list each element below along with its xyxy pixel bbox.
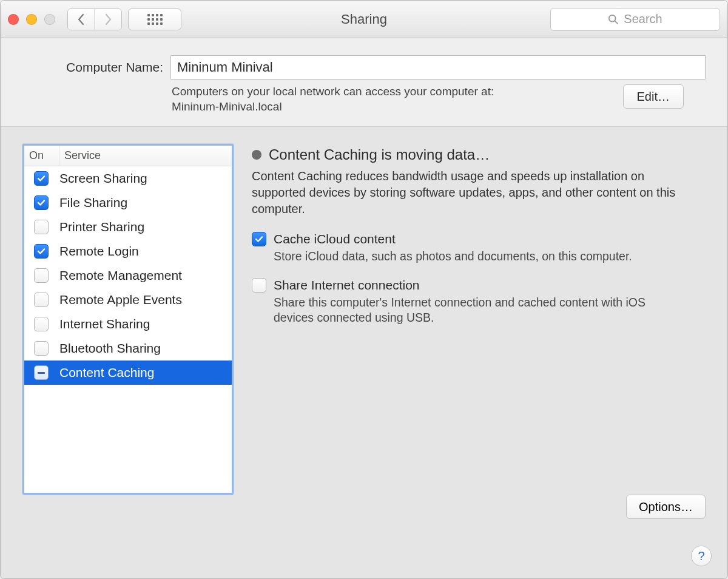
sharing-body: On Service Screen SharingFile SharingPri… <box>1 127 727 536</box>
options-button[interactable]: Options… <box>626 495 706 519</box>
service-label: Remote Management <box>59 268 182 283</box>
service-label: Remote Apple Events <box>59 293 182 307</box>
service-label: Content Caching <box>59 365 154 380</box>
service-description: Content Caching reduces bandwidth usage … <box>252 168 689 217</box>
service-checkbox[interactable] <box>34 317 49 331</box>
services-header: On Service <box>24 146 232 166</box>
cache-icloud-desc: Store iCloud data, such as photos and do… <box>274 249 686 264</box>
services-list[interactable]: Screen SharingFile SharingPrinter Sharin… <box>24 166 232 493</box>
service-row[interactable]: Remote Login <box>24 239 232 263</box>
service-checkbox[interactable] <box>34 341 49 356</box>
dash-icon <box>38 372 45 374</box>
share-internet-desc: Share this computer's Internet connectio… <box>274 295 686 326</box>
service-row[interactable]: Screen Sharing <box>24 166 232 191</box>
help-button[interactable]: ? <box>691 546 712 566</box>
service-row[interactable]: Printer Sharing <box>24 215 232 239</box>
minimize-window-button[interactable] <box>26 14 37 25</box>
column-service: Service <box>59 146 232 166</box>
service-label: Bluetooth Sharing <box>59 341 161 356</box>
service-checkbox[interactable] <box>34 268 49 283</box>
service-label: Remote Login <box>59 244 139 259</box>
share-internet-option: Share Internet connection <box>252 278 706 293</box>
service-row[interactable]: Internet Sharing <box>24 312 232 336</box>
service-row[interactable]: File Sharing <box>24 191 232 215</box>
search-field[interactable]: Search <box>550 8 720 31</box>
share-internet-checkbox[interactable] <box>252 278 266 293</box>
svg-line-1 <box>615 21 618 24</box>
grid-icon <box>147 14 163 25</box>
service-label: File Sharing <box>59 195 127 210</box>
computer-name-section: Computer Name: Computers on your local n… <box>1 38 727 127</box>
sharing-preferences-window: Sharing Search Computer Name: Computers … <box>0 0 728 579</box>
help-icon: ? <box>698 549 704 563</box>
cache-icloud-checkbox[interactable] <box>252 232 266 246</box>
nav-back-forward <box>67 8 122 30</box>
search-placeholder: Search <box>624 12 662 26</box>
edit-hostname-button[interactable]: Edit… <box>623 84 684 109</box>
cache-icloud-option: Cache iCloud content <box>252 232 706 246</box>
service-label: Printer Sharing <box>59 220 144 234</box>
checkmark-icon <box>36 174 46 183</box>
service-checkbox[interactable] <box>34 244 49 259</box>
service-row[interactable]: Content Caching <box>24 361 232 385</box>
status-text: Content Caching is moving data… <box>269 146 490 163</box>
checkmark-icon <box>36 246 46 256</box>
search-icon <box>608 14 619 25</box>
computer-name-label: Computer Name: <box>1 60 163 75</box>
cache-icloud-label: Cache iCloud content <box>274 232 396 246</box>
service-label: Internet Sharing <box>59 317 150 331</box>
service-row[interactable]: Remote Management <box>24 263 232 288</box>
checkmark-icon <box>254 234 264 244</box>
service-checkbox[interactable] <box>34 293 49 307</box>
column-on: On <box>24 146 59 166</box>
computer-name-info: Computers on your local network can acce… <box>172 84 623 114</box>
back-button[interactable] <box>68 9 95 30</box>
svg-point-0 <box>609 15 616 21</box>
service-details: Content Caching is moving data… Content … <box>252 144 706 519</box>
service-label: Screen Sharing <box>59 171 147 186</box>
window-controls <box>8 14 55 25</box>
share-internet-label: Share Internet connection <box>274 278 420 293</box>
service-checkbox[interactable] <box>34 365 49 380</box>
service-checkbox[interactable] <box>34 220 49 234</box>
services-list-box: On Service Screen SharingFile SharingPri… <box>22 144 234 495</box>
show-all-button[interactable] <box>128 8 181 30</box>
chevron-right-icon <box>104 13 112 25</box>
forward-button[interactable] <box>95 9 121 30</box>
zoom-window-button[interactable] <box>44 14 55 25</box>
service-checkbox[interactable] <box>34 195 49 210</box>
titlebar: Sharing Search <box>1 1 727 38</box>
chevron-left-icon <box>77 13 86 25</box>
close-window-button[interactable] <box>8 14 19 25</box>
checkmark-icon <box>36 198 46 208</box>
service-checkbox[interactable] <box>34 171 49 186</box>
computer-name-input[interactable] <box>170 55 706 80</box>
service-row[interactable]: Remote Apple Events <box>24 288 232 312</box>
window-title: Sharing <box>341 12 387 27</box>
footer: ? <box>1 536 727 578</box>
status-indicator-icon <box>252 150 261 160</box>
service-row[interactable]: Bluetooth Sharing <box>24 336 232 361</box>
